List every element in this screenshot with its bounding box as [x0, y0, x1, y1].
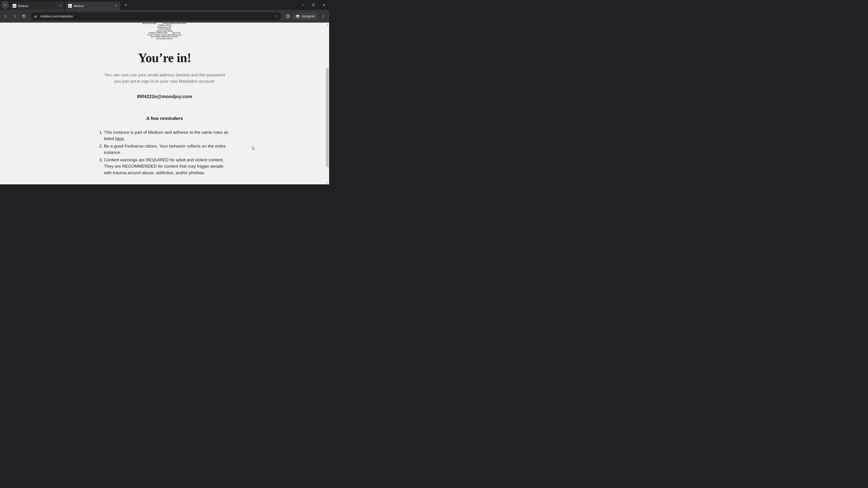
tab-title: Medium [74, 4, 114, 8]
back-button[interactable] [2, 12, 10, 20]
toolbar: medium.com/mastodon ☆ Incognito [0, 10, 329, 23]
reload-button[interactable] [20, 12, 28, 20]
chevron-down-icon [4, 4, 6, 6]
wordcloud-graphic: BUILD DISCOVER CHANGE CREATE READ WRITEC… [138, 23, 191, 40]
minimize-icon [302, 4, 305, 6]
medium-favicon: ●● [13, 4, 16, 8]
svg-rect-0 [313, 4, 315, 6]
arrow-right-icon [13, 14, 17, 18]
svg-point-3 [298, 16, 299, 18]
list-item: Be a good Fediverse citizen. Your behavi… [104, 143, 230, 156]
incognito-icon [296, 15, 300, 18]
titlebar: ●● Medium ✕ ●● Medium ✕ + [0, 0, 329, 10]
sidepanel-button[interactable] [284, 12, 292, 20]
svg-point-4 [323, 15, 324, 15]
panel-icon [286, 14, 290, 18]
scroll-down-icon[interactable]: ▾ [326, 181, 329, 184]
viewport: BUILD DISCOVER CHANGE CREATE READ WRITEC… [0, 23, 329, 184]
svg-point-5 [323, 16, 324, 17]
list-item: Content warnings are REQUIRED for adult … [104, 157, 230, 176]
svg-point-2 [296, 16, 298, 18]
bookmark-button[interactable]: ☆ [275, 14, 278, 19]
medium-favicon: ●● [68, 4, 72, 8]
scroll-up-icon[interactable]: ▴ [326, 23, 329, 26]
tab-search-button[interactable] [1, 1, 9, 9]
scrollbar[interactable]: ▴ ▾ [326, 23, 329, 184]
tab-title: Medium [18, 4, 59, 8]
svg-rect-1 [286, 15, 289, 18]
rules-link[interactable]: here [115, 136, 124, 141]
intro-text: You can now use your email address (belo… [101, 72, 228, 85]
minimize-button[interactable] [298, 0, 308, 9]
incognito-label: Incognito [302, 14, 315, 18]
tab-close-button[interactable]: ✕ [114, 4, 118, 8]
tab-close-button[interactable]: ✕ [59, 4, 62, 8]
forward-button[interactable] [11, 12, 19, 20]
reminders-heading: A few reminders [146, 116, 183, 121]
menu-button[interactable] [319, 12, 327, 20]
address-bar[interactable]: medium.com/mastodon ☆ [31, 12, 281, 20]
tab-inactive[interactable]: ●● Medium ✕ [10, 2, 65, 10]
maximize-icon [312, 4, 315, 6]
reminders-list: This instance is part of Medium and adhe… [99, 129, 230, 177]
headline: You’re in! [138, 51, 191, 65]
maximize-button[interactable] [308, 0, 319, 9]
window-controls [298, 0, 329, 9]
reload-icon [22, 14, 26, 18]
account-email: 89f4222e@moodjoy.com [137, 94, 192, 99]
arrow-left-icon [4, 14, 8, 18]
url-text: medium.com/mastodon [40, 14, 275, 18]
close-icon [322, 4, 325, 6]
site-info-icon[interactable] [33, 14, 38, 18]
svg-point-6 [323, 18, 324, 18]
scrollbar-thumb[interactable] [326, 68, 329, 167]
list-item: This instance is part of Medium and adhe… [104, 129, 230, 142]
close-window-button[interactable] [319, 0, 329, 9]
page-content: BUILD DISCOVER CHANGE CREATE READ WRITEC… [0, 23, 329, 184]
tab-active[interactable]: ●● Medium ✕ [66, 2, 120, 10]
kebab-icon [321, 14, 325, 18]
new-tab-button[interactable]: + [123, 2, 129, 8]
incognito-indicator[interactable]: Incognito [293, 12, 318, 20]
